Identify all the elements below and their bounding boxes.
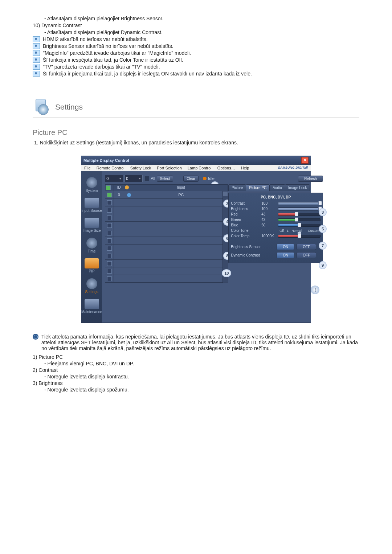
menu-file[interactable]: File — [84, 166, 91, 170]
table-row[interactable]: 0 PC — [105, 191, 228, 199]
row-check-icon[interactable] — [107, 223, 112, 228]
row-check-icon[interactable] — [107, 254, 112, 258]
list-item-body: - Noregulē izvēlētā displeja kontrastu. — [33, 374, 359, 379]
tab-picture[interactable]: Picture — [228, 184, 246, 191]
sidebar-label: PIP — [89, 269, 95, 273]
menu-lamp[interactable]: Lamp Control — [188, 166, 212, 170]
row-check-icon[interactable] — [107, 193, 112, 197]
colortone-opt[interactable]: 1 — [287, 229, 289, 233]
tab-audio[interactable]: Audio — [269, 184, 285, 191]
sidebar-item-settings[interactable]: Settings — [81, 278, 102, 294]
sidebar-item-imagesize[interactable]: Image Size — [81, 218, 102, 233]
close-button[interactable]: × — [301, 157, 309, 164]
step-text: 1. Noklikšķiniet uz Settings (Iestatījum… — [33, 140, 359, 145]
note-icon — [33, 43, 40, 49]
row-check-icon[interactable] — [107, 200, 112, 205]
intro-head: 10) Dynamic Contrast — [33, 22, 359, 28]
green-row: Green 43 — [231, 218, 320, 222]
table-row[interactable] — [105, 214, 228, 222]
note-text: Brightness Sensor atkarībā no ierīces va… — [43, 43, 173, 49]
table-row[interactable] — [105, 199, 228, 206]
table-row[interactable] — [105, 206, 228, 214]
sidebar-label: Image Size — [83, 229, 101, 233]
select-button[interactable]: Select — [157, 176, 173, 182]
brightness-row: Brightness 100 — [231, 207, 320, 211]
red-slider[interactable] — [278, 213, 320, 216]
chevron-down-icon: ▼ — [138, 177, 141, 180]
green-slider[interactable] — [278, 218, 320, 221]
note-icon — [33, 50, 40, 56]
tab-image-lock[interactable]: Image Lock — [285, 184, 310, 191]
colortone-opt[interactable]: Off — [279, 229, 284, 233]
settings-icon — [33, 98, 50, 116]
refresh-button[interactable]: Refresh — [298, 176, 323, 182]
sidebar-item-input[interactable]: Input Source — [81, 198, 102, 213]
intro-body: - Atlasītajam displejam pielāgojiet Dyna… — [33, 29, 359, 35]
menu-remote[interactable]: Remote Control — [97, 166, 124, 170]
table-row[interactable] — [105, 267, 228, 275]
sidebar-label: Maintenance — [81, 310, 102, 314]
table-row[interactable] — [105, 222, 228, 229]
table-row[interactable] — [105, 260, 228, 267]
note-text: "TV" paredzētā ievade darbojas tikai ar … — [43, 64, 160, 70]
sidebar-item-maintenance[interactable]: Maintenance — [81, 299, 102, 314]
row-check-icon[interactable] — [107, 208, 112, 213]
alert-icon: ! — [311, 286, 319, 294]
status-icon — [125, 185, 129, 189]
table-row[interactable] — [105, 237, 228, 245]
colortemp-slider[interactable] — [278, 235, 320, 238]
main-area: 0 ▼ 0 ▼ All Select Clear Idle Refresh 1 — [102, 171, 327, 323]
dyncontrast-on-button[interactable]: ON — [277, 252, 294, 258]
sidebar-item-time[interactable]: Time — [81, 238, 102, 253]
menu-safety[interactable]: Safety Lock — [130, 166, 151, 170]
brightness-slider[interactable] — [278, 208, 320, 210]
input-icon — [85, 198, 99, 208]
blue-slider[interactable] — [278, 224, 320, 227]
all-checkbox[interactable] — [144, 176, 149, 181]
contrast-label: Contrast — [231, 201, 259, 205]
col-id: ID — [114, 185, 124, 191]
table-row[interactable] — [105, 252, 228, 260]
dyncontrast-off-button[interactable]: OFF — [297, 252, 316, 258]
table-row[interactable] — [105, 245, 228, 252]
brightsensor-on-button[interactable]: ON — [277, 244, 294, 250]
table-row[interactable] — [105, 229, 228, 237]
brightsensor-off-button[interactable]: OFF — [297, 244, 316, 250]
sidebar-item-pip[interactable]: PIP — [81, 258, 102, 273]
row-check-icon[interactable] — [107, 261, 112, 266]
brightsensor-label: Brightness Sensor — [231, 245, 274, 249]
colortone-opt[interactable]: Custom — [308, 229, 319, 233]
display-from-select[interactable]: 0 ▼ — [105, 175, 123, 182]
menu-options[interactable]: Options… — [217, 166, 235, 170]
status-icon — [127, 193, 131, 197]
clear-button[interactable]: Clear — [183, 176, 199, 182]
row-check-icon[interactable] — [107, 238, 112, 243]
settings-panel: PC, BNC, DVI, DP Contrast 100 Brightness… — [228, 193, 323, 263]
list-item: 1) Picture PC — [33, 354, 359, 360]
menu-help[interactable]: Help — [241, 166, 249, 170]
sidebar: System Input Source Image Size Time PIP … — [81, 171, 102, 323]
contrast-row: Contrast 100 — [231, 201, 320, 205]
top-controls: 0 ▼ 0 ▼ All Select Clear Idle Refresh 1 — [105, 175, 323, 182]
note-icon — [33, 57, 40, 63]
subsection-title: Picture PC — [33, 128, 359, 137]
row-id: 0 — [114, 191, 124, 198]
row-check-icon[interactable] — [107, 216, 112, 220]
sidebar-item-system[interactable]: System — [81, 177, 102, 193]
intro-line: - Atlasītajam displejam pielāgojiet Brig… — [33, 16, 359, 21]
intro-lines: - Atlasītajam displejam pielāgojiet Brig… — [33, 16, 359, 35]
menu-port[interactable]: Port Selection — [157, 166, 181, 170]
note-text: Šī funkcija ir iespējota tikai tad, ja C… — [43, 57, 183, 63]
idle-indicator — [203, 177, 207, 180]
brightsensor-row: Brightness Sensor ON OFF — [231, 244, 320, 250]
row-check-icon[interactable] — [107, 276, 112, 281]
row-input: PC — [134, 191, 228, 198]
note-icon — [33, 71, 40, 77]
table-row[interactable] — [105, 275, 228, 283]
tab-picture-pc[interactable]: Picture PC — [246, 184, 270, 191]
row-check-icon[interactable] — [107, 269, 112, 274]
row-check-icon[interactable] — [107, 246, 112, 251]
contrast-slider[interactable] — [278, 202, 320, 205]
row-check-icon[interactable] — [107, 231, 112, 235]
display-to-select[interactable]: 0 ▼ — [124, 175, 143, 182]
